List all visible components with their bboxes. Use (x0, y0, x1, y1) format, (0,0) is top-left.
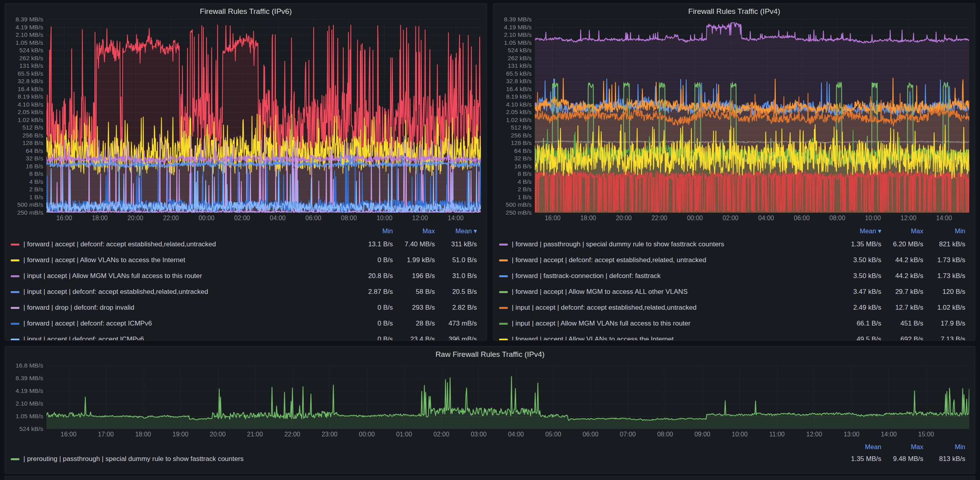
y-axis-tick-label: 8.39 MB/s (504, 16, 532, 23)
legend-row[interactable]: | input | accept | defconf: accept ICMPv… (11, 331, 477, 340)
legend-stat-value: 1.35 MB/s (839, 455, 881, 463)
legend-row[interactable]: | forward | accept | defconf: accept est… (499, 252, 965, 268)
legend-stat-value: 1.99 kB/s (393, 256, 435, 264)
legend-stat-value: 120 B/s (923, 288, 965, 296)
x-axis-tick-label: 04:00 (758, 215, 774, 222)
legend-row[interactable]: | forward | accept | defconf: accept ICM… (11, 316, 477, 331)
y-axis-tick-label: 8.39 MB/s (15, 16, 43, 23)
y-axis-tick-label: 2.10 MB/s (504, 32, 532, 38)
legend-row[interactable]: | input | accept | defconf: accept estab… (499, 300, 965, 316)
legend-stat-value: 28 B/s (393, 320, 435, 328)
legend-stat-value: 44.2 kB/s (881, 272, 923, 280)
y-axis-tick-label: 256 B/s (22, 132, 43, 139)
x-axis-tick-label: 02:00 (234, 215, 250, 222)
y-axis-tick-label: 4.19 MB/s (15, 388, 43, 394)
legend-row[interactable]: | forward | accept | Allow VLANs to acce… (11, 252, 477, 268)
legend-row[interactable]: | forward | accept | defconf: accept est… (11, 236, 477, 252)
y-axis-tick-label: 500 mB/s (506, 202, 532, 208)
timeseries-canvas-ipv6[interactable] (46, 19, 481, 213)
x-axis-tick-label: 06:00 (305, 215, 321, 222)
legend-stat-value: 20.5 B/s (435, 288, 477, 296)
legend-series-label: | forward | accept | defconf: accept est… (23, 240, 351, 248)
x-axis-tick-label: 16:00 (545, 215, 561, 222)
legend-sort-mean[interactable]: Mean ▾ (839, 227, 881, 235)
x-axis-tick-label: 09:00 (695, 431, 710, 438)
legend-stat-value: 0 B/s (351, 304, 393, 312)
y-axis-tick-label: 8.39 MB/s (15, 375, 43, 381)
legend-row[interactable]: | forward | drop | defconf: drop invalid… (11, 300, 477, 316)
legend-stat-value: 2.87 B/s (351, 288, 393, 296)
legend-stat-value: 0 B/s (351, 335, 393, 340)
series-color-swatch (11, 244, 19, 246)
series-color-swatch (499, 291, 508, 293)
legend-sort-max[interactable]: Max (393, 227, 435, 235)
legend-stat-value: 3.47 kB/s (839, 288, 881, 296)
plot-area-ipv4 (535, 19, 969, 213)
panel-title-raw-ipv4[interactable]: Raw Firewall Rules Traffic (IPv4) (5, 347, 975, 362)
x-axis-tick-label: 18:00 (135, 431, 151, 438)
legend-series-label: | input | accept | Allow MGM VLANs full … (512, 320, 839, 328)
y-axis-tick-label: 2 B/s (29, 187, 43, 193)
y-axis-tick-label: 8 B/s (518, 171, 532, 177)
y-axis-tick-label: 4 B/s (29, 179, 43, 185)
panel-title-ipv4[interactable]: Firewall Rules Traffic (IPv4) (494, 4, 975, 19)
legend-stat-value: 3.50 kB/s (839, 256, 881, 264)
x-axis-tick-label: 17:00 (98, 431, 114, 438)
legend-header: MinMaxMean ▾ (11, 225, 477, 236)
legend-stat-value: 17.9 B/s (923, 320, 965, 328)
y-axis-tick-label: 32 B/s (514, 156, 532, 162)
legend-stat-value: 396 mB/s (435, 335, 477, 340)
series-color-swatch (499, 259, 508, 261)
y-axis-tick-label: 500 mB/s (17, 202, 43, 208)
panel-firewall-rules-traffic-ipv6: Firewall Rules Traffic (IPv6) 8.39 MB/s4… (5, 3, 487, 341)
timeseries-canvas-ipv4[interactable] (535, 19, 969, 213)
x-axis-tick-label: 15:00 (918, 431, 934, 438)
legend-sort-mean[interactable]: Mean ▾ (435, 227, 477, 235)
legend-row[interactable]: | forward | passthrough | special dummy … (499, 236, 965, 252)
legend-sort-max[interactable]: Max (881, 443, 923, 451)
legend-sort-max[interactable]: Max (881, 227, 923, 235)
legend-stat-value: 12.7 kB/s (881, 304, 923, 312)
y-axis-tick-label: 64 B/s (26, 148, 43, 154)
legend-raw-ipv4: MeanMaxMin | prerouting | passthrough | … (5, 440, 975, 473)
legend-row[interactable]: | forward | fasttrack-connection | defco… (499, 268, 965, 284)
legend-series-label: | forward | accept | Allow VLANs to acce… (512, 335, 839, 340)
legend-stat-value: 2.82 B/s (435, 304, 477, 312)
x-axis-tick-label: 08:00 (341, 215, 357, 222)
legend-row[interactable]: | input | accept | Allow MGM VLANs full … (499, 316, 965, 331)
y-axis-tick-label: 128 B/s (511, 140, 532, 147)
x-axis-tick-label: 02:00 (433, 431, 449, 438)
series-color-swatch (11, 259, 19, 261)
y-axis-tick-label: 524 kB/s (19, 47, 43, 53)
legend-row[interactable]: | prerouting | passthrough | special dum… (11, 452, 965, 466)
x-axis-tick-label: 00:00 (199, 215, 214, 222)
legend-sort-mean[interactable]: Mean (839, 443, 881, 451)
x-axis-tick-label: 16:00 (56, 215, 72, 222)
legend-stat-value: 51.0 B/s (435, 256, 477, 264)
x-axis-tick-label: 10:00 (377, 215, 392, 222)
timeseries-canvas-raw-ipv4[interactable] (46, 366, 969, 429)
legend-row[interactable]: | input | accept | defconf: accept estab… (11, 284, 477, 300)
legend-rows: | forward | passthrough | special dummy … (499, 236, 965, 340)
panel-title-ipv6[interactable]: Firewall Rules Traffic (IPv6) (5, 4, 486, 19)
legend-header: Mean ▾MaxMin (499, 225, 965, 236)
legend-row[interactable]: | forward | accept | Allow VLANs to acce… (499, 331, 965, 340)
legend-sort-min[interactable]: Min (923, 443, 965, 451)
legend-sort-min[interactable]: Min (351, 227, 393, 235)
y-axis-tick-label: 65.5 kB/s (17, 70, 43, 77)
x-axis-tick-label: 18:00 (92, 215, 108, 222)
legend-row[interactable]: | forward | accept | Allow MGM to access… (499, 284, 965, 300)
legend-stat-value: 311 kB/s (435, 240, 477, 248)
legend-series-label: | input | accept | Allow MGM VLANs full … (23, 272, 351, 280)
legend-sort-min[interactable]: Min (923, 227, 965, 235)
y-axis-tick-label: 262 kB/s (19, 55, 43, 61)
series-color-swatch (499, 323, 508, 325)
legend-row[interactable]: | input | accept | Allow MGM VLANs full … (11, 268, 477, 284)
y-axis-tick-label: 131 kB/s (508, 63, 532, 69)
x-axis-tick-label: 08:00 (829, 215, 845, 222)
y-axis-tick-label: 128 B/s (22, 140, 43, 147)
y-axis-tick-label: 4.19 MB/s (504, 24, 532, 30)
y-axis-tick-label: 2.05 kB/s (17, 109, 43, 115)
y-axis-tick-label: 524 kB/s (19, 426, 43, 432)
y-axis-tick-label: 4 B/s (518, 179, 532, 185)
